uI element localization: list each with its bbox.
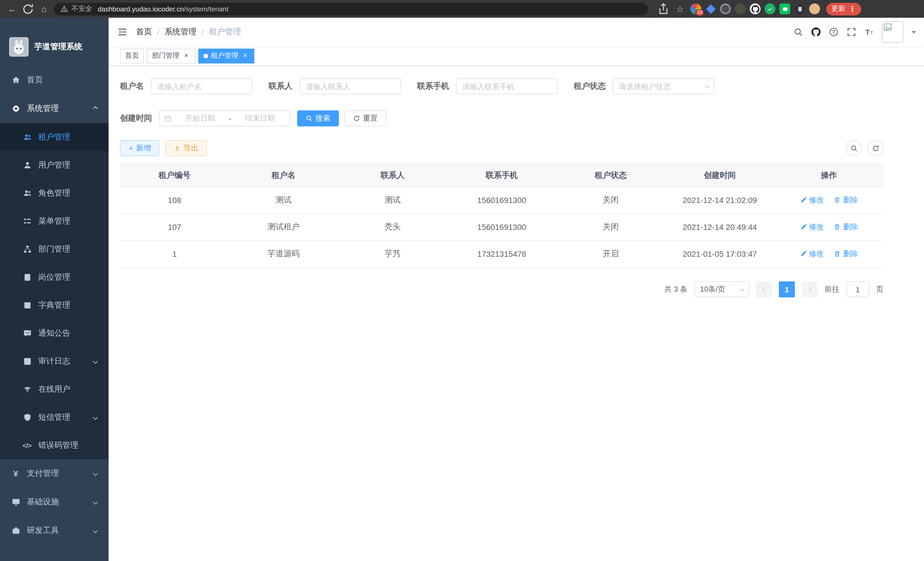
sidebar-item-user[interactable]: 用户管理 — [0, 151, 109, 179]
avatar[interactable] — [882, 21, 903, 43]
prev-page-button[interactable] — [756, 281, 772, 297]
user-icon — [23, 161, 32, 169]
phone-input[interactable] — [456, 78, 558, 94]
sidebar-item-dict[interactable]: 字典管理 — [0, 291, 109, 319]
bookmark-star-icon[interactable]: ☆ — [674, 3, 686, 15]
broken-image-icon — [884, 23, 892, 32]
navbar-right: ? TT — [793, 21, 924, 43]
extension-icon-8[interactable] — [794, 3, 805, 14]
hamburger-icon[interactable] — [109, 27, 136, 37]
id-badge-icon — [23, 273, 32, 281]
edit-icon — [800, 224, 807, 230]
extension-icon-3[interactable] — [720, 3, 731, 14]
edit-label: 修改 — [809, 195, 824, 205]
next-page-button[interactable] — [802, 281, 818, 297]
sidebar-item-sms[interactable]: 短信管理 — [0, 403, 109, 431]
code-icon: </> — [23, 441, 32, 450]
security-label: 不安全 — [71, 4, 92, 14]
edit-icon — [800, 250, 807, 257]
extension-icon-4[interactable] — [735, 3, 746, 14]
extension-icon-6[interactable] — [765, 3, 776, 14]
delete-button[interactable]: 删除 — [834, 195, 858, 205]
docs-question-icon[interactable]: ? — [829, 27, 838, 37]
add-button[interactable]: + 新增 — [120, 140, 159, 156]
sidebar-group-devtools[interactable]: 研发工具 — [0, 516, 109, 545]
sidebar-item-role[interactable]: 角色管理 — [0, 179, 109, 207]
filter-phone: 联系手机 — [417, 78, 558, 94]
extension-icon-1[interactable]: 10 — [690, 3, 701, 14]
contact-input[interactable] — [299, 78, 401, 94]
sidebar-item-online-user[interactable]: 在线用户 — [0, 375, 109, 403]
sidebar-item-dept[interactable]: 部门管理 — [0, 235, 109, 263]
delete-button[interactable]: 删除 — [834, 222, 858, 232]
extension-icon-9[interactable] — [809, 3, 820, 14]
sidebar: 芋道管理系统 首页 系统管理 租户管理 — [0, 18, 109, 561]
browser-menu-icon[interactable]: ⋮ — [849, 5, 856, 13]
sidebar-item-error-code[interactable]: </> 错误码管理 — [0, 431, 109, 459]
status-select[interactable] — [613, 78, 714, 94]
sidebar-item-tenant[interactable]: 租户管理 — [0, 123, 109, 151]
extension-icon-2[interactable] — [705, 3, 716, 14]
github-extension-icon[interactable] — [750, 3, 760, 14]
toggle-search-button[interactable] — [846, 140, 862, 156]
app-title: 芋道管理系统 — [34, 42, 82, 52]
cell-contact: 测试 — [338, 187, 447, 214]
github-icon[interactable] — [811, 27, 820, 37]
yen-icon: ¥ — [11, 469, 20, 478]
shield-icon — [23, 413, 32, 421]
sidebar-item-menu[interactable]: 菜单管理 — [0, 207, 109, 235]
breadcrumb-item-system[interactable]: 系统管理 — [165, 27, 196, 37]
sidebar-item-home[interactable]: 首页 — [0, 66, 109, 94]
close-icon[interactable]: × — [241, 52, 249, 60]
search-button[interactable]: 搜索 — [297, 110, 339, 126]
reset-button[interactable]: 重置 — [345, 110, 386, 126]
caret-down-icon[interactable] — [911, 31, 916, 33]
browser-chrome: ← ⌂ 不安全 dashboard.yudao.iocoder.cn/syste… — [0, 0, 924, 18]
breadcrumb-item-home[interactable]: 首页 — [136, 27, 152, 37]
goto-page-input[interactable] — [846, 281, 869, 297]
browser-refresh-icon[interactable] — [22, 3, 34, 15]
address-bar[interactable]: 不安全 dashboard.yudao.iocoder.cn/system/te… — [54, 3, 648, 15]
sidebar-group-payment[interactable]: ¥ 支付管理 — [0, 459, 109, 488]
fullscreen-icon[interactable] — [846, 27, 856, 37]
extension-badge: 10 — [695, 9, 704, 16]
edit-button[interactable]: 修改 — [800, 195, 824, 205]
page-size-select[interactable]: 10条/页 — [694, 281, 749, 297]
tenant-name-input[interactable] — [151, 78, 253, 94]
sidebar-group-infra[interactable]: 基础设施 — [0, 488, 109, 516]
tag-dept[interactable]: 部门管理 × — [147, 48, 195, 63]
page-button-1[interactable]: 1 — [779, 281, 795, 297]
field-label: 租户状态 — [574, 81, 606, 92]
status-select-input[interactable] — [613, 78, 714, 94]
page-root: ← ⌂ 不安全 dashboard.yudao.iocoder.cn/syste… — [0, 0, 924, 561]
close-icon[interactable]: × — [182, 52, 190, 60]
sidebar-item-post[interactable]: 岗位管理 — [0, 263, 109, 291]
sidebar-group-system[interactable]: 系统管理 — [0, 94, 109, 123]
header-search-icon[interactable] — [793, 27, 803, 37]
edit-button[interactable]: 修改 — [800, 222, 824, 232]
sidebar-logo[interactable]: 芋道管理系统 — [0, 18, 109, 66]
update-button[interactable]: 更新 ⋮ — [826, 3, 861, 15]
export-button[interactable]: 导出 — [165, 140, 207, 156]
tag-tenant[interactable]: 租户管理 × — [198, 48, 254, 63]
svg-text:T: T — [870, 31, 873, 35]
tag-home[interactable]: 首页 — [120, 48, 144, 63]
edit-button[interactable]: 修改 — [800, 249, 824, 259]
font-size-icon[interactable]: TT — [864, 27, 874, 37]
browser-home-icon[interactable]: ⌂ — [38, 3, 50, 15]
date-range-picker[interactable]: 开始日期 - 结束日期 — [159, 110, 290, 126]
extension-icon-7[interactable] — [779, 3, 790, 14]
sidebar-item-audit-log[interactable]: 审计日志 — [0, 347, 109, 375]
cell-created: 2021-12-14 21:02:09 — [665, 187, 774, 214]
cell-created: 2021-12-14 20:49:44 — [665, 214, 774, 241]
chevron-down-icon — [93, 359, 98, 364]
breadcrumb: 首页 / 系统管理 / 租户管理 — [136, 27, 241, 37]
page-size-value: 10条/页 — [700, 284, 725, 295]
delete-label: 删除 — [843, 222, 858, 232]
calendar-icon — [164, 115, 171, 122]
share-icon[interactable] — [657, 3, 670, 15]
delete-button[interactable]: 删除 — [834, 249, 858, 259]
refresh-table-button[interactable] — [867, 140, 884, 156]
sidebar-item-notice[interactable]: 通知公告 — [0, 319, 109, 347]
browser-back-icon[interactable]: ← — [6, 3, 18, 15]
